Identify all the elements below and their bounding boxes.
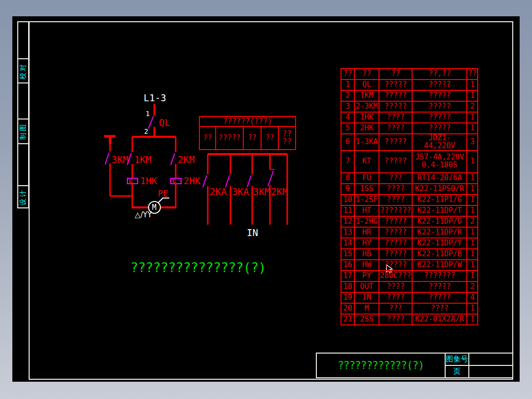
bom-cell: FU (354, 173, 379, 184)
bom-row: 19IN?????????4 (341, 292, 478, 303)
bom-row: 121-2HG?????K22-11DP/G2 (341, 216, 478, 227)
bom-cell: K22-11PS0/R (412, 184, 467, 195)
motor-letter: M (152, 204, 156, 211)
drawing-canvas[interactable]: 校对 制图 设计 (12, 16, 520, 382)
bom-cell: 1 (467, 271, 478, 281)
bom-row: 41HK?????????1 (341, 112, 478, 123)
bom-cell: 1 (467, 227, 478, 238)
node-1-label: 1 (146, 110, 150, 117)
title-block-title: ????????????(?) (316, 353, 446, 378)
bom-cell: ????? (379, 238, 412, 249)
bom-cell: 1HK (354, 112, 379, 123)
bom-row: 20M???????1 (341, 303, 478, 314)
contact-2km-label: 2KM (178, 155, 194, 164)
bom-cell: 12 (341, 216, 354, 227)
bom-cell: 17 (341, 271, 354, 281)
bom-cell: 10 (341, 195, 354, 205)
bom-cell: RT14-20/6A (412, 173, 467, 184)
bom-cell: 1KM (354, 90, 379, 101)
winding-label: △/YY (135, 211, 152, 219)
bom-cell: 1 (467, 173, 478, 184)
bom-row: 18OUT?????????2 (341, 281, 478, 292)
branch-2ka-label: 2KA (210, 187, 227, 197)
bom-cell: ????? (379, 249, 412, 260)
bom-cell: 1 (467, 238, 478, 249)
mini-table-cell: ????? (216, 127, 244, 150)
bom-cell: 7 (341, 151, 354, 173)
bom-cell: JS7-4A,220V 0.4-180S (412, 151, 467, 173)
bom-cell: ????? (379, 134, 412, 151)
bom-cell: 19 (341, 292, 354, 303)
bom-cell: ??????? (412, 271, 467, 281)
bom-cell: HT (354, 205, 379, 216)
bom-cell: ????? (412, 80, 467, 90)
bom-cell: ??? (379, 303, 412, 314)
bom-cell: 1 (467, 184, 478, 195)
mini-table: ??????(???) ?? ????? ?? ?? ?? ?? (199, 116, 296, 150)
bom-cell: ????? (379, 90, 412, 101)
bom-cell: 16 (341, 260, 354, 271)
bom-cell: ???? (379, 112, 412, 123)
bom-cell: 13 (341, 227, 354, 238)
bom-cell: ????? (412, 292, 467, 303)
bom-cell: 2 (467, 281, 478, 292)
bom-cell: 8 (341, 173, 354, 184)
bom-cell: K22-11DP/G (412, 216, 467, 227)
bom-cell: M (354, 303, 379, 314)
bom-cell: HB (354, 249, 379, 260)
bom-cell: ????? (379, 260, 412, 271)
bom-cell: 1 (341, 80, 354, 90)
bom-cell: ???? (379, 314, 412, 325)
mini-table-title: ??????(???) (199, 116, 296, 127)
bom-cell: 1 (467, 151, 478, 173)
bom-cell: 15 (341, 249, 354, 260)
bom-cell: 1 (467, 112, 478, 123)
bom-cell: ???? (379, 281, 412, 292)
incoming-line-label: L1-3 (144, 93, 166, 103)
mini-table-cell: ?? (244, 127, 262, 150)
pe-label: PE (158, 190, 168, 198)
bom-row: 16HW?????K22-11DP/W1 (341, 260, 478, 271)
bom-cell: ???? (379, 292, 412, 303)
bom-cell: 20 (341, 303, 354, 314)
bom-cell: IN (354, 292, 379, 303)
bom-cell: PY (354, 271, 379, 281)
bom-row: 61-3KA?????JDZ1-44,220V3 (341, 134, 478, 151)
bom-row: 11HT???????K22-11DP/T1 (341, 205, 478, 216)
bom-cell: 1 (467, 303, 478, 314)
bom-cell: 4 (467, 292, 478, 303)
overload-1hk-label: 1HK (140, 176, 157, 186)
mini-table-cell: ?? ?? (279, 127, 296, 150)
contact-3km-label: 3KM (112, 155, 128, 164)
bom-header: ??,?? (412, 69, 467, 80)
bom-cell: 4 (341, 112, 354, 123)
bom-row: 91SS????K22-11PS0/R1 (341, 184, 478, 195)
bom-cell: 6 (341, 134, 354, 151)
branch-3km-label: 3KM (253, 187, 270, 197)
bom-row: 17PY280C??????????1 (341, 271, 478, 281)
bom-cell: 21 (341, 314, 354, 325)
bom-cell: 1 (467, 260, 478, 271)
page-value (468, 365, 513, 378)
bom-cell: K22-11DP/R (412, 227, 467, 238)
bom-cell: K22-11DP/B (412, 249, 467, 260)
bom-cell: 1 (467, 195, 478, 205)
bom-cell: 2HK (354, 123, 379, 134)
bom-row: 7KT?????JS7-4A,220V 0.4-180S1 (341, 151, 478, 173)
bom-cell: ???? (379, 123, 412, 134)
mini-table-cell: ?? (199, 127, 216, 150)
branch-2km-label: 2KM (271, 187, 288, 197)
in-bus-label: IN (247, 228, 258, 238)
bom-cell: 1-2SF (354, 195, 379, 205)
bom-cell: ????? (379, 227, 412, 238)
title-block: ????????????(?) 图集号 页 (316, 353, 513, 378)
bom-cell: K22-01X2A/R (412, 314, 467, 325)
bom-cell: 280C??? (379, 271, 412, 281)
bom-row: 15HB?????K22-11DP/B1 (341, 249, 478, 260)
branch-3ka-label: 3KA (232, 187, 249, 197)
bom-cell: 1 (467, 80, 478, 90)
bom-cell: 9 (341, 184, 354, 195)
bom-cell: 1 (467, 249, 478, 260)
cad-viewer-background: 校对 制图 设计 (0, 0, 532, 399)
bom-cell: KT (354, 151, 379, 173)
